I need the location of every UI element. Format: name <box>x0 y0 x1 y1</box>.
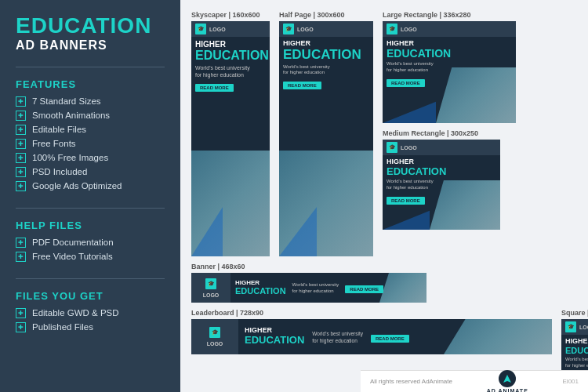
help-list: ✚PDF Documentation ✚Free Video Tutorials <box>16 238 165 266</box>
leaderboard-label: Leaderboard | 728x90 <box>191 309 552 317</box>
ad-tagline: World's best universityfor higher educat… <box>565 357 588 369</box>
ad-read-more-btn[interactable]: READ MORE <box>371 335 409 343</box>
leaderboard-section: Leaderboard | 728x90 🎓 LOGO HIGHER EDUCA… <box>191 309 552 354</box>
skyscraper-banner: 🎓 LOGO HIGHER EDUCATION World's best uni… <box>191 21 270 256</box>
list-item: ✚7 Standard Sizes <box>16 96 165 107</box>
square-label: Square | 200x200 <box>561 309 588 317</box>
sidebar-title-main: EDUCATION <box>16 14 165 38</box>
list-item: ✚Smooth Animations <box>16 111 165 121</box>
check-icon: ✚ <box>16 153 26 163</box>
ad-education: EDUCATION <box>565 346 588 355</box>
logo-text: LOGO <box>297 27 314 32</box>
list-item: ✚100% Free Images <box>16 153 165 163</box>
ad-higher: HIGHER <box>195 40 269 49</box>
ad-read-more-btn[interactable]: READ MORE <box>195 84 234 92</box>
ad-tagline: World's best universityfor higher educat… <box>292 282 339 295</box>
sidebar: EDUCATION AD BANNERS FEATURES ✚7 Standar… <box>0 0 180 392</box>
feature-label: 7 Standard Sizes <box>32 96 101 106</box>
check-icon: ✚ <box>16 238 26 248</box>
feature-label: 100% Free Images <box>32 153 108 162</box>
check-icon: ✚ <box>16 139 26 149</box>
check-icon: ✚ <box>16 111 26 121</box>
medium-rect-banner: 🎓 LOGO HIGHER EDUCATION World's best uni… <box>383 140 500 230</box>
list-item: ✚Editable Files <box>16 125 165 135</box>
ad-tagline: World's best universityfor higher educat… <box>312 331 363 344</box>
logo-icon: 🎓 <box>205 278 216 289</box>
check-icon: ✚ <box>16 181 26 191</box>
halfpage-section: Half Page | 300x600 🎓 LOGO HIGHER EDUCAT… <box>279 11 373 256</box>
features-list: ✚7 Standard Sizes ✚Smooth Animations ✚Ed… <box>16 96 165 195</box>
logo-icon: 🎓 <box>387 24 397 34</box>
list-item: ✚Free Video Tutorials <box>16 252 165 262</box>
ad-read-more-btn[interactable]: READ MORE <box>387 79 425 87</box>
footer: All rights reserved AdAnimate AD ANIMATE… <box>361 370 588 392</box>
ad-tagline: World's best universityfor higher educat… <box>387 179 446 191</box>
list-item: ✚Free Fonts <box>16 139 165 149</box>
ad-higher: HIGHER <box>565 338 588 346</box>
logo-icon: 🎓 <box>195 24 206 34</box>
ad-education: EDUCATION <box>195 49 269 63</box>
medium-rect-label: Medium Rectangle | 300x250 <box>383 129 516 137</box>
check-icon: ✚ <box>16 167 26 177</box>
logo-text: LOGO <box>401 27 417 32</box>
feature-label: Free Fonts <box>32 139 76 148</box>
features-heading: FEATURES <box>16 78 165 90</box>
ad-education: EDUCATION <box>387 166 446 177</box>
ad-higher: HIGHER <box>235 280 286 287</box>
logo-text: LOGO <box>401 145 417 151</box>
ad-animate-icon <box>499 370 516 387</box>
divider <box>16 208 165 209</box>
check-icon: ✚ <box>16 322 26 332</box>
halfpage-banner: 🎓 LOGO HIGHER EDUCATION World's best uni… <box>279 21 373 256</box>
main-content: Skyscaper | 160x600 🎓 LOGO HIGHER EDUCAT… <box>180 0 588 392</box>
large-rect-banner: 🎓 LOGO HIGHER EDUCATION World's best uni… <box>383 21 516 123</box>
logo-icon: 🎓 <box>387 142 397 153</box>
ad-read-more-btn[interactable]: READ MORE <box>345 285 383 293</box>
file-id: El001 <box>563 378 579 385</box>
logo-icon: 🎓 <box>209 327 220 338</box>
footer-copyright: All rights reserved AdAnimate <box>370 378 452 385</box>
ad-tagline: World's best universityfor higher educat… <box>283 64 361 77</box>
ad-education: EDUCATION <box>387 48 451 60</box>
banner-row: Banner | 468x60 🎓 LOGO HIGHER EDUCATION … <box>191 263 577 303</box>
list-item: ✚Published Files <box>16 322 165 332</box>
skyscraper-label: Skyscaper | 160x600 <box>191 11 270 19</box>
files-label: Editable GWD & PSD <box>32 308 119 318</box>
banner-468-section: Banner | 468x60 🎓 LOGO HIGHER EDUCATION … <box>191 263 426 303</box>
feature-label: PSD Included <box>32 167 87 176</box>
files-label: Published Files <box>32 322 93 332</box>
blue-accent <box>383 93 436 123</box>
logo-icon: 🎓 <box>283 24 294 34</box>
feature-label: Google Ads Optimized <box>32 181 122 191</box>
medium-rect-section: Medium Rectangle | 300x250 🎓 LOGO HIGHER… <box>383 129 516 230</box>
ad-animate-logo: AD ANIMATE <box>487 370 528 393</box>
ad-education: EDUCATION <box>235 286 286 296</box>
right-column: Large Rectangle | 336x280 🎓 LOGO HIGHER … <box>383 11 516 230</box>
ad-education: EDUCATION <box>283 48 361 63</box>
halfpage-label: Half Page | 300x600 <box>279 11 373 19</box>
divider <box>16 67 165 67</box>
help-label: Free Video Tutorials <box>32 252 113 261</box>
check-icon: ✚ <box>16 125 26 135</box>
skyscraper-section: Skyscaper | 160x600 🎓 LOGO HIGHER EDUCAT… <box>191 11 270 256</box>
ad-read-more-btn[interactable]: READ MORE <box>387 197 425 205</box>
ad-read-more-btn[interactable]: READ MORE <box>283 82 321 89</box>
list-item: ✚Editable GWD & PSD <box>16 308 165 318</box>
list-item: ✚PDF Documentation <box>16 238 165 248</box>
files-heading: FILES YOU GET <box>16 290 165 302</box>
list-item: ✚Google Ads Optimized <box>16 181 165 191</box>
feature-label: Editable Files <box>32 125 86 134</box>
ad-image-bg <box>444 319 552 354</box>
logo-text: LOGO <box>207 341 223 347</box>
logo-text: LOGO <box>209 27 226 32</box>
banner-label: Banner | 468x60 <box>191 263 426 270</box>
ad-education: EDUCATION <box>245 335 304 346</box>
ad-animate-brand: AD ANIMATE <box>487 388 528 393</box>
help-heading: HELP FILES <box>16 220 165 231</box>
leaderboard-banner: 🎓 LOGO HIGHER EDUCATION World's best uni… <box>191 319 552 354</box>
large-rect-section: Large Rectangle | 336x280 🎓 LOGO HIGHER … <box>383 11 516 123</box>
list-item: ✚PSD Included <box>16 167 165 177</box>
check-icon: ✚ <box>16 308 26 318</box>
feature-label: Smooth Animations <box>32 111 110 120</box>
help-label: PDF Documentation <box>32 238 114 247</box>
